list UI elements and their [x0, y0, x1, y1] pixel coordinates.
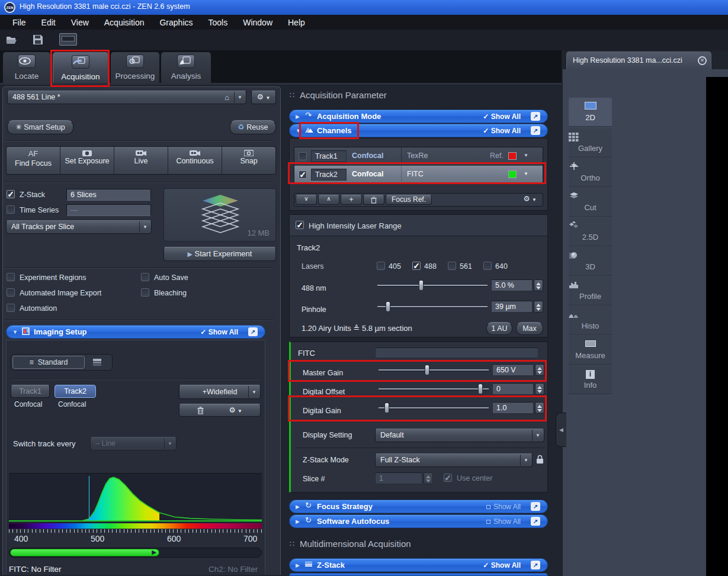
display-setting-select[interactable]: Default ▼ — [375, 429, 544, 442]
continuous-button[interactable]: Continuous — [168, 147, 222, 174]
snap-button[interactable]: Snap — [222, 147, 275, 174]
tab-locate[interactable]: Locate — [3, 52, 50, 83]
start-experiment-button[interactable]: ▶ Start Experiment — [163, 247, 276, 261]
reuse-button[interactable]: ♻ Reuse — [230, 120, 276, 134]
stage-control-icon[interactable] — [59, 33, 77, 46]
menu-acquisition[interactable]: Acquisition — [97, 18, 152, 27]
view-tab-2d[interactable]: 2D — [569, 98, 612, 127]
one-au-button[interactable]: 1 AU — [486, 322, 512, 335]
menu-window[interactable]: Window — [235, 18, 280, 27]
view-tab-25d[interactable]: 2.5D — [569, 217, 612, 246]
track-mode-select[interactable]: All Tracks per Slice ▼ — [6, 220, 152, 234]
digital-offset-spinner[interactable] — [535, 383, 544, 395]
software-autofocus-show-all[interactable]: Show All — [486, 517, 521, 526]
add-channel-button[interactable]: + — [341, 195, 362, 205]
standard-mode-button[interactable]: ≡ Standard — [12, 356, 85, 369]
smart-setup-button[interactable]: ✳ Smart Setup — [7, 120, 73, 134]
digital-offset-field[interactable]: 0 — [492, 383, 534, 395]
track1-tab[interactable]: Track1 — [11, 385, 50, 398]
view-tab-3d[interactable]: 3D — [569, 247, 612, 276]
delete-channel-button[interactable] — [363, 195, 384, 205]
menu-tools[interactable]: Tools — [201, 18, 236, 27]
popout-icon[interactable]: ↗ — [248, 327, 258, 336]
panel-collapse-handle[interactable]: ◀ — [556, 413, 566, 447]
track1-color-arrow[interactable]: ▼ — [524, 153, 528, 158]
view-tab-measure[interactable]: Measure — [569, 336, 612, 365]
menu-edit[interactable]: Edit — [34, 18, 63, 27]
imaging-setup-show-all[interactable]: ✓ Show All — [200, 328, 238, 336]
view-tab-cut[interactable]: Cut — [569, 188, 612, 217]
detection-range-bar[interactable]: ▶ — [10, 549, 159, 556]
widefield-arrow[interactable]: ▼ — [248, 386, 259, 398]
delete-track-icon[interactable] — [197, 407, 204, 414]
find-focus-button[interactable]: AFFind Focus — [7, 147, 60, 174]
time-series-field[interactable]: --- — [66, 204, 151, 216]
image-document-tab[interactable]: High Resolution 3381 ma...cci.czi ✕ — [566, 52, 711, 69]
collapse-arrow[interactable]: ▼ — [12, 329, 18, 335]
bleaching-checkbox[interactable] — [141, 288, 149, 297]
experiment-select[interactable]: 488 561 Line * ⌂ ▼ — [7, 91, 246, 104]
imaging-setup-header[interactable]: ▼ Imaging Setup ✓ Show All ↗ — [6, 325, 265, 339]
popout-icon[interactable]: ↗ — [531, 112, 540, 121]
pinhole-slider[interactable] — [377, 301, 488, 312]
focus-strategy-header[interactable]: ▶ ↻ Focus Strategy Show All ↗ — [289, 500, 548, 513]
laser-power-slider[interactable] — [377, 280, 488, 291]
menu-file[interactable]: File — [5, 18, 34, 27]
max-button[interactable]: Max — [516, 322, 543, 335]
track-mode-arrow[interactable]: ▼ — [139, 221, 150, 233]
switch-track-select[interactable]: – Line ▼ — [90, 437, 177, 450]
laser-561-checkbox[interactable] — [448, 262, 456, 270]
track2-tab[interactable]: Track2 — [54, 385, 96, 398]
view-tab-info[interactable]: iInfo — [569, 365, 612, 394]
move-up-button[interactable]: ∧ — [318, 195, 339, 205]
menu-help[interactable]: Help — [280, 18, 313, 27]
move-down-button[interactable]: ∨ — [296, 195, 317, 205]
focus-strategy-show-all[interactable]: Show All — [486, 503, 521, 511]
software-autofocus-header[interactable]: ▶ ↻ Software Autofocus Show All ↗ — [289, 514, 548, 528]
z-stack-slices-field[interactable]: 6 Slices — [66, 189, 151, 201]
popout-icon[interactable]: ↗ — [531, 502, 540, 511]
track1-enabled-checkbox[interactable] — [299, 152, 307, 160]
pinhole-spinner[interactable] — [534, 301, 543, 313]
view-tab-ortho[interactable]: Ortho — [569, 158, 612, 187]
laser-640-checkbox[interactable] — [483, 262, 492, 270]
view-tab-profile[interactable]: Profile — [569, 276, 612, 305]
automation-checkbox[interactable] — [7, 304, 15, 312]
time-series-checkbox[interactable] — [7, 205, 15, 214]
tab-analysis[interactable]: Analysis — [161, 52, 211, 83]
popout-icon[interactable]: ↗ — [531, 126, 540, 135]
experiment-regions-checkbox[interactable] — [7, 273, 15, 281]
pinhole-field[interactable]: 39 µm — [491, 301, 533, 313]
z-stack-mode-select[interactable]: Full Z-Stack ▼ — [375, 453, 533, 467]
track1-name-field[interactable]: Track1 — [311, 150, 347, 162]
experiment-dropdown-arrow[interactable]: ▼ — [234, 92, 245, 103]
tab-processing[interactable]: ⚙ Processing — [111, 52, 159, 83]
set-exposure-button[interactable]: Set Exposure — [60, 147, 114, 174]
popout-icon[interactable]: ↗ — [531, 517, 540, 526]
laser-405-checkbox[interactable] — [377, 262, 385, 270]
open-file-icon[interactable] — [6, 34, 18, 45]
popout-icon[interactable]: ↗ — [531, 561, 540, 569]
close-document-icon[interactable]: ✕ — [698, 56, 707, 65]
laser-power-field[interactable]: 5.0 % — [491, 279, 533, 291]
auto-save-checkbox[interactable] — [141, 273, 149, 281]
high-intensity-checkbox[interactable]: ✓ — [296, 221, 304, 229]
laser-power-spinner[interactable] — [534, 279, 543, 291]
channels-gear[interactable]: ⚙ ▼ — [523, 194, 537, 203]
focus-ref-button[interactable]: Focus Ref. — [386, 195, 432, 205]
acquisition-mode-header[interactable]: ▶ ↷ Acquisition Mode ✓ Show All ↗ — [289, 110, 548, 123]
track-options-gear[interactable]: ⚙ ▼ — [229, 406, 242, 414]
lock-icon[interactable] — [536, 455, 544, 464]
experiment-options-button[interactable]: ⚙ ▼ — [251, 91, 276, 104]
z-stack-checkbox[interactable]: ✓ — [7, 190, 15, 198]
advanced-mode-button[interactable] — [88, 357, 106, 368]
add-widefield-button[interactable]: +Widefield▼ — [179, 385, 261, 399]
track1-color-chip[interactable] — [508, 152, 517, 160]
laser-488-checkbox[interactable]: ✓ — [412, 262, 421, 270]
automated-image-export-checkbox[interactable] — [7, 288, 15, 297]
menu-view[interactable]: View — [63, 18, 97, 27]
home-icon[interactable]: ⌂ — [225, 93, 229, 102]
save-icon[interactable] — [33, 34, 43, 45]
channels-show-all[interactable]: ✓ Show All — [483, 127, 521, 135]
live-button[interactable]: Live — [114, 147, 168, 174]
